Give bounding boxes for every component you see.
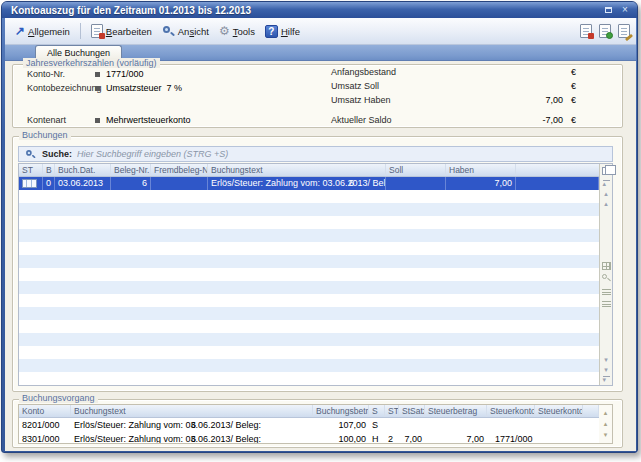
b-cell: 0 (43, 177, 55, 190)
field-label: Aktueller Saldo (331, 115, 392, 125)
col-b[interactable]: B (43, 164, 55, 176)
text-cell: Erlös/Steuer: Zahlung vom: 03.06.2013/ B… (208, 177, 386, 190)
menu-allgemein[interactable]: ↗ Allgemein (11, 24, 74, 39)
toolbar-separator (80, 23, 81, 39)
field-label: Konto-Nr. (27, 69, 65, 79)
col-buchdat[interactable]: Buch.Dat. (55, 164, 111, 176)
bullet-icon (95, 86, 100, 91)
col-buchungstext[interactable]: Buchungstext (71, 405, 313, 417)
menu-hilfe[interactable]: ? Hilfe (261, 23, 304, 40)
col-steuerkonto2[interactable]: Steuerkonto 2 (535, 405, 583, 417)
s-cell: S (369, 418, 385, 432)
fremdbeleg-cell (151, 177, 208, 190)
maximize-button[interactable] (601, 4, 615, 16)
beleg-cell: 6 (111, 177, 151, 190)
titlebar[interactable]: Kontoauszug für den Zeitraum 01.2013 bis… (2, 2, 637, 18)
gear-icon: ⚙ (219, 25, 230, 37)
edit-document-icon (91, 24, 103, 38)
filler-cell (516, 177, 599, 190)
col-st[interactable]: ST (19, 164, 43, 176)
scroll-page-down-icon[interactable]: ▾ (604, 365, 608, 375)
beleg-ref: 6 (191, 432, 196, 443)
export-edit-icon[interactable] (618, 24, 630, 38)
col-filler (516, 164, 599, 176)
scroll-first-icon[interactable]: ▴ (604, 408, 608, 419)
toolbar: ↗ Allgemein Bearbeiten Ansicht ⚙ Tools ?… (5, 18, 636, 45)
content-panel: Jahresverkehrszahlen (vorläufig) Konto-N… (5, 61, 636, 451)
col-soll[interactable]: Soll (386, 164, 446, 176)
scroll-down-icon[interactable]: ▾ (604, 430, 608, 441)
field-label: Umsatz Haben (331, 95, 391, 105)
currency-symbol: € (571, 81, 576, 91)
col-haben[interactable]: Haben (446, 164, 516, 176)
print-icon[interactable] (580, 24, 592, 38)
soll-cell (386, 177, 446, 190)
text-cell: Erlös/Steuer: Zahlung vom: 03.06.2013/ B… (71, 432, 313, 443)
field-value: Umsatzsteuer 7 % (106, 83, 182, 93)
detail-view-icon[interactable] (602, 287, 611, 295)
steuerkonto1-cell: 1771/000 (487, 432, 535, 443)
transaction-table: Konto Buchungstext Buchungsbetrag S ST S… (18, 404, 613, 444)
st-cell: 2 (385, 432, 399, 443)
sheet-icon (22, 179, 37, 188)
col-fremdbelegnr[interactable]: Fremdbeleg-Nr. (151, 164, 208, 176)
maximize-icon (605, 7, 612, 13)
col-buchungstext[interactable]: Buchungstext (208, 164, 386, 176)
menu-tools[interactable]: ⚙ Tools (215, 23, 259, 39)
bullet-icon (95, 72, 100, 77)
scroll-up-icon[interactable]: ▴ (604, 419, 608, 430)
beleg-ref: 6 (349, 177, 354, 190)
currency-symbol: € (571, 115, 576, 125)
bullet-icon (95, 118, 100, 123)
steuerkonto1-cell (487, 418, 535, 432)
col-st[interactable]: ST (385, 405, 399, 417)
group-label-jahresverkehrszahlen: Jahresverkehrszahlen (vorläufig) (23, 58, 160, 68)
group-jahresverkehrszahlen: Konto-Nr. 1771/000 Kontobezeichnung Umsa… (12, 64, 623, 128)
arrow-ne-icon: ↗ (15, 26, 25, 36)
steuerbetrag-cell (425, 418, 487, 432)
bookings-table-header[interactable]: ST B Buch.Dat. Beleg-Nr. Fremdbeleg-Nr. … (19, 164, 599, 177)
currency-symbol: € (571, 67, 576, 77)
col-steuerkonto1[interactable]: Steuerkonto 1 (487, 405, 535, 417)
transaction-table-header[interactable]: Konto Buchungstext Buchungsbetrag S ST S… (19, 405, 599, 418)
scroll-up-icon[interactable]: ▴ (604, 199, 608, 209)
amount-value: -7,00 (503, 115, 563, 125)
haben-cell: 7,00 (446, 177, 516, 190)
close-button[interactable]: × (618, 4, 632, 16)
transaction-row[interactable]: 8301/000 Erlös/Steuer: Zahlung vom: 03.0… (19, 432, 599, 443)
menu-ansicht[interactable]: Ansicht (158, 23, 213, 40)
booking-row-selected[interactable]: 0 03.06.2013 6 Erlös/Steuer: Zahlung vom… (19, 177, 599, 190)
col-belegnr[interactable]: Beleg-Nr. (111, 164, 151, 176)
field-label: Anfangsbestand (331, 67, 396, 77)
totals-view-icon[interactable] (602, 299, 611, 307)
search-label: Suche: (42, 149, 72, 159)
steuerkonto2-cell (535, 432, 583, 443)
col-steuerbetrag[interactable]: Steuerbetrag (425, 405, 487, 417)
col-s[interactable]: S (369, 405, 385, 417)
transaction-row[interactable]: 8201/000 Erlös/Steuer: Zahlung vom: 03.0… (19, 418, 599, 432)
grid-view-icon[interactable] (602, 262, 611, 270)
col-konto[interactable]: Konto (19, 405, 71, 417)
scroll-page-up-icon[interactable]: ▴ (604, 189, 608, 199)
table-nav-strip: ▴ ▴ ▴ ▾ ▾ ▾ (599, 164, 612, 385)
betrag-cell: 100,00 (313, 432, 369, 443)
col-buchungsbetrag[interactable]: Buchungsbetrag (313, 405, 369, 417)
column-chooser-icon[interactable] (602, 167, 611, 175)
group-label-buchungen: Buchungen (19, 130, 71, 140)
menu-bearbeiten[interactable]: Bearbeiten (87, 22, 156, 40)
s-cell: H (369, 432, 385, 443)
search-bar[interactable]: Suche: Hier Suchbegriff eingeben (STRG +… (18, 146, 613, 162)
zoom-row-icon[interactable] (602, 274, 611, 283)
filler-cell (583, 418, 599, 432)
scroll-last-icon[interactable]: ▾ (603, 375, 610, 385)
export-ok-icon[interactable] (599, 24, 611, 38)
col-stsatz[interactable]: StSatz (399, 405, 425, 417)
empty-rows (19, 190, 599, 385)
field-label: Kontenart (27, 115, 66, 125)
amount-value: 7,00 (503, 95, 563, 105)
col-filler (583, 405, 599, 417)
scroll-first-icon[interactable]: ▴ (603, 179, 610, 189)
field-label: Kontobezeichnung (27, 83, 102, 93)
beleg-ref: 6 (191, 418, 196, 432)
scroll-down-icon[interactable]: ▾ (604, 355, 608, 365)
